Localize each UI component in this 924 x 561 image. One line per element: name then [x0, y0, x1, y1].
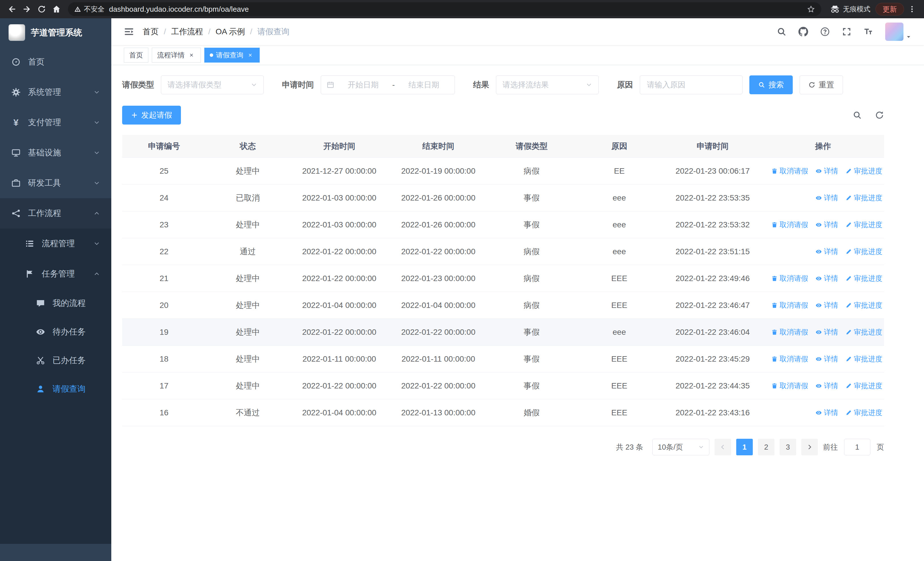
breadcrumb-item[interactable]: OA 示例 [216, 26, 245, 37]
cell-id: 23 [122, 220, 206, 229]
detail-link[interactable]: 详情 [816, 220, 838, 229]
sidebar-item-workflow[interactable]: 工作流程 [0, 198, 111, 229]
detail-link[interactable]: 详情 [816, 327, 838, 337]
sidebar-item-scissors[interactable]: 已办任务 [0, 346, 111, 375]
cancel-link[interactable]: 取消请假 [771, 354, 808, 364]
sidebar-item-task[interactable]: 任务管理 [0, 259, 111, 289]
cancel-label: 取消请假 [780, 220, 808, 229]
yen-icon: ¥ [11, 118, 21, 127]
detail-link[interactable]: 详情 [816, 274, 838, 283]
sidebar-toggle-button[interactable] [124, 27, 134, 37]
security-label: 不安全 [84, 5, 105, 14]
cancel-link[interactable]: 取消请假 [771, 220, 808, 229]
detail-link[interactable]: 详情 [816, 166, 838, 176]
user-avatar-menu[interactable] [885, 23, 912, 41]
search-button[interactable]: 搜索 [749, 75, 793, 94]
sidebar-item-dashboard[interactable]: 首页 [0, 47, 111, 77]
table-toolbar: 发起请假 [122, 106, 884, 125]
cell-applyTime: 2022-01-22 23:44:35 [663, 381, 762, 391]
goto-page-input[interactable] [844, 439, 870, 455]
reset-button[interactable]: 重置 [800, 75, 843, 94]
help-button[interactable] [820, 27, 830, 36]
detail-link[interactable]: 详情 [816, 247, 838, 256]
apply-time-range-picker[interactable]: 开始日期 - 结束日期 [321, 75, 455, 94]
breadcrumb-item[interactable]: 首页 [142, 26, 159, 37]
breadcrumb-item[interactable]: 工作流程 [171, 26, 203, 37]
sidebar-item-process[interactable]: 流程管理 [0, 229, 111, 259]
browser-menu-button[interactable] [905, 2, 919, 16]
github-link[interactable] [798, 27, 808, 36]
browser-forward-button[interactable] [20, 2, 34, 16]
detail-link[interactable]: 详情 [816, 381, 838, 391]
page-size-select[interactable]: 10条/页 [652, 439, 710, 455]
cell-status: 处理中 [206, 327, 290, 338]
sidebar-item-chat[interactable]: 我的流程 [0, 289, 111, 317]
progress-link[interactable]: 审批进度 [846, 274, 882, 283]
progress-link[interactable]: 审批进度 [846, 193, 882, 203]
sidebar-item-infrastructure[interactable]: 基础设施 [0, 138, 111, 168]
cell-reason: EEE [576, 301, 663, 310]
result-select[interactable]: 请选择流结果 [496, 75, 599, 94]
sidebar-item-eye[interactable]: 待办任务 [0, 317, 111, 346]
refresh-table-button[interactable] [875, 111, 884, 120]
address-bar[interactable]: 不安全 dashboard.yudao.iocoder.cn/bpm/oa/le… [68, 2, 821, 16]
sidebar-item-tools[interactable]: 研发工具 [0, 168, 111, 198]
sidebar-item-user[interactable]: 请假查询 [0, 375, 111, 403]
table-row: 17处理中2022-01-22 00:00:002022-01-22 00:00… [122, 373, 884, 399]
prev-page-button[interactable] [714, 439, 731, 455]
progress-link[interactable]: 审批进度 [846, 220, 882, 229]
progress-link[interactable]: 审批进度 [846, 381, 882, 391]
browser-home-button[interactable] [50, 2, 63, 16]
page-button-2[interactable]: 2 [758, 439, 774, 455]
plus-icon [131, 112, 138, 119]
tab-close-icon[interactable] [188, 51, 195, 59]
progress-link[interactable]: 审批进度 [846, 247, 882, 256]
tab-2[interactable]: 请假查询 [204, 48, 260, 63]
home-icon [52, 5, 61, 14]
progress-link[interactable]: 审批进度 [846, 166, 882, 176]
font-size-button[interactable] [864, 27, 873, 36]
toggle-search-button[interactable] [853, 111, 862, 120]
browser-update-button[interactable]: 更新 [876, 3, 904, 15]
cancel-link[interactable]: 取消请假 [771, 166, 808, 176]
app-header: 首页/工作流程/OA 示例/请假查询 [111, 18, 924, 45]
cancel-link[interactable]: 取消请假 [771, 381, 808, 391]
sidebar-item-label: 首页 [28, 56, 45, 68]
header-search-button[interactable] [777, 27, 786, 36]
create-leave-button[interactable]: 发起请假 [122, 106, 181, 125]
cancel-link[interactable]: 取消请假 [771, 301, 808, 310]
cell-applyTime: 2022-01-23 00:06:17 [663, 167, 762, 176]
browser-back-button[interactable] [5, 2, 19, 16]
bookmark-star-button[interactable] [807, 5, 815, 13]
cell-actions: 取消请假详情审批进度 [762, 166, 884, 176]
tab-close-icon[interactable] [246, 51, 254, 59]
sidebar-logo[interactable]: 芋道管理系统 [0, 18, 111, 47]
page-button-1[interactable]: 1 [736, 439, 753, 455]
cell-applyTime: 2022-01-22 23:45:29 [663, 355, 762, 364]
detail-link[interactable]: 详情 [816, 301, 838, 310]
tab-0[interactable]: 首页 [124, 48, 148, 63]
sidebar-item-gear[interactable]: 系统管理 [0, 77, 111, 107]
sidebar-item-label: 已办任务 [52, 355, 86, 366]
progress-link[interactable]: 审批进度 [846, 408, 882, 417]
reason-input[interactable] [640, 75, 742, 94]
sidebar-item-yen[interactable]: ¥支付管理 [0, 107, 111, 138]
progress-link[interactable]: 审批进度 [846, 327, 882, 337]
cancel-link[interactable]: 取消请假 [771, 274, 808, 283]
detail-link[interactable]: 详情 [816, 193, 838, 203]
table-row: 20处理中2022-01-04 00:00:002022-01-04 00:00… [122, 292, 884, 319]
cancel-link[interactable]: 取消请假 [771, 327, 808, 337]
cell-applyTime: 2022-01-22 23:46:04 [663, 328, 762, 337]
cell-actions: 取消请假详情审批进度 [762, 354, 884, 364]
browser-reload-button[interactable] [35, 2, 48, 16]
page-button-3[interactable]: 3 [780, 439, 796, 455]
progress-link[interactable]: 审批进度 [846, 354, 882, 364]
detail-link[interactable]: 详情 [816, 408, 838, 417]
detail-link[interactable]: 详情 [816, 354, 838, 364]
security-indicator[interactable]: 不安全 [74, 5, 105, 14]
progress-link[interactable]: 审批进度 [846, 301, 882, 310]
fullscreen-button[interactable] [842, 27, 852, 36]
next-page-button[interactable] [801, 439, 818, 455]
tab-1[interactable]: 流程详情 [152, 48, 201, 63]
leave-type-select[interactable]: 请选择请假类型 [161, 75, 264, 94]
